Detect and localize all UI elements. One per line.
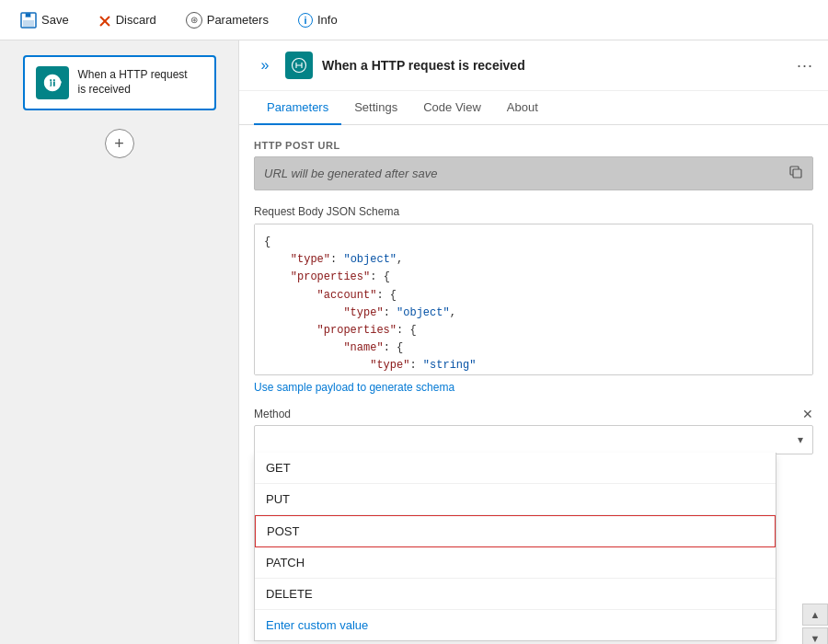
http-request-node[interactable]: HTTP When a HTTP requestis received [23, 55, 216, 110]
panel-title: When a HTTP request is received [322, 58, 788, 73]
method-section: Method ✕ ▾ GET PUT POST PATCH DELETE Ent… [254, 407, 813, 454]
right-panel: » When a HTTP request is received ··· Pa… [239, 40, 828, 644]
json-line-5: "type": "object", [264, 305, 803, 322]
url-placeholder-text: URL will be generated after save [264, 167, 781, 180]
node-label: When a HTTP requestis received [78, 68, 188, 97]
method-dropdown-menu: GET PUT POST PATCH DELETE Enter custom v… [254, 453, 776, 641]
scroll-down-button[interactable]: ▼ [802, 627, 828, 644]
method-option-put[interactable]: PUT [255, 484, 776, 515]
json-schema-label: Request Body JSON Schema [254, 205, 813, 218]
json-line-8: "type": "string" [264, 357, 803, 374]
json-line-3: "properties": { [264, 269, 803, 286]
tab-settings[interactable]: Settings [341, 91, 410, 125]
info-button[interactable]: i Info [293, 9, 343, 31]
tab-parameters[interactable]: Parameters [254, 91, 341, 125]
svg-text:HTTP: HTTP [46, 80, 62, 86]
tab-bar: Parameters Settings Code View About [239, 91, 828, 125]
method-label: Method [254, 408, 291, 420]
expand-icon[interactable]: » [254, 54, 276, 76]
json-line-4: "account": { [264, 287, 803, 305]
json-line-7: "name": { [264, 339, 803, 357]
parameters-icon: ⊛ [186, 12, 202, 29]
copy-icon[interactable] [788, 165, 803, 182]
info-icon: i [298, 13, 313, 28]
clear-method-button[interactable]: ✕ [802, 407, 813, 421]
save-label: Save [41, 13, 69, 27]
svg-rect-2 [26, 13, 30, 17]
discard-label: Discard [116, 13, 156, 27]
tab-code-view[interactable]: Code View [410, 91, 494, 125]
panel-content: HTTP POST URL URL will be generated afte… [239, 125, 828, 644]
svg-rect-7 [793, 169, 801, 178]
method-label-row: Method ✕ [254, 407, 813, 421]
method-option-patch[interactable]: PATCH [255, 547, 776, 579]
save-icon [20, 12, 37, 29]
json-line-6: "properties": { [264, 322, 803, 339]
http-post-url-label: HTTP POST URL [254, 140, 813, 151]
json-line-9: }, [264, 375, 803, 376]
generate-schema-link[interactable]: Use sample payload to generate schema [254, 381, 454, 394]
discard-button[interactable]: Discard [93, 9, 162, 30]
chevron-down-icon: ▾ [798, 433, 803, 446]
info-label: Info [317, 13, 338, 27]
method-dropdown-trigger[interactable]: ▾ [254, 425, 813, 454]
url-field: URL will be generated after save [254, 156, 813, 190]
parameters-label: Parameters [207, 13, 269, 27]
method-option-post[interactable]: POST [255, 515, 776, 547]
add-step-button[interactable]: + [105, 129, 134, 158]
save-button[interactable]: Save [15, 8, 75, 32]
panel-node-icon [285, 52, 313, 79]
panel-header: » When a HTTP request is received ··· [239, 40, 828, 91]
toolbar: Save Discard ⊛ Parameters i Info [0, 0, 828, 40]
method-option-custom[interactable]: Enter custom value [255, 610, 776, 640]
discard-icon [98, 14, 111, 27]
scroll-up-button[interactable]: ▲ [802, 604, 828, 626]
parameters-button[interactable]: ⊛ Parameters [180, 8, 274, 32]
more-options-button[interactable]: ··· [797, 56, 813, 75]
json-line-2: "type": "object", [264, 251, 803, 269]
sidebar: HTTP When a HTTP requestis received + [0, 40, 239, 644]
json-line-1: { [264, 234, 803, 251]
plus-icon: + [114, 134, 124, 154]
json-schema-editor[interactable]: { "type": "object", "properties": { "acc… [254, 224, 813, 375]
main-layout: HTTP When a HTTP requestis received + » … [0, 40, 828, 644]
svg-rect-3 [23, 20, 34, 27]
panel-http-icon [291, 57, 307, 74]
node-icon: HTTP [36, 66, 69, 99]
tab-about[interactable]: About [494, 91, 551, 125]
method-option-delete[interactable]: DELETE [255, 579, 776, 610]
scroll-arrows: ▲ ▼ [802, 604, 828, 644]
method-option-get[interactable]: GET [255, 453, 776, 484]
http-icon: HTTP [42, 73, 63, 93]
